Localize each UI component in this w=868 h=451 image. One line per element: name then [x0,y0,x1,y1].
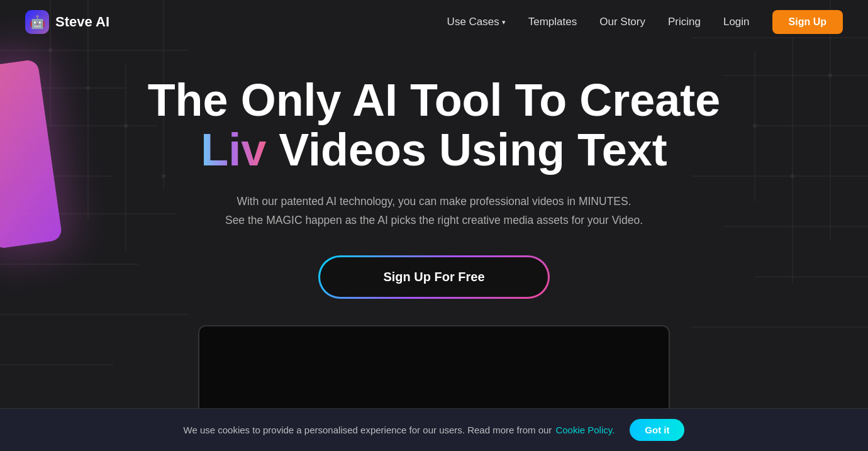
logo-icon [25,10,49,34]
use-cases-arrow-icon: ▾ [502,18,506,26]
cookie-accept-button[interactable]: Got it [630,419,684,441]
nav-login[interactable]: Login [723,16,750,28]
nav-links: Use Cases ▾ Templates Our Story Pricing … [447,10,843,34]
cookie-message: We use cookies to provide a personalised… [184,425,552,435]
cta-signup-button[interactable]: Sign Up For Free [320,257,547,297]
nav-templates[interactable]: Templates [528,16,577,28]
logo[interactable]: Steve AI [25,10,109,34]
cookie-policy-link[interactable]: Cookie Policy. [555,425,615,435]
nav-pricing[interactable]: Pricing [668,16,701,28]
nav-signup-button[interactable]: Sign Up [772,10,843,34]
hero-subtitle: With our patented AI technology, you can… [225,192,643,230]
cookie-bar: We use cookies to provide a personalised… [0,408,868,451]
nav-use-cases[interactable]: Use Cases ▾ [447,16,506,28]
hero-liv: Liv [201,125,266,175]
logo-text: Steve AI [55,14,109,30]
cta-button-wrapper: Sign Up For Free [318,255,549,299]
navbar: Steve AI Use Cases ▾ Templates Our Story… [0,0,868,44]
nav-our-story[interactable]: Our Story [599,16,645,28]
hero-section: The Only AI Tool To Create Liv Videos Us… [0,44,868,426]
hero-title: The Only AI Tool To Create Liv Videos Us… [148,75,721,175]
